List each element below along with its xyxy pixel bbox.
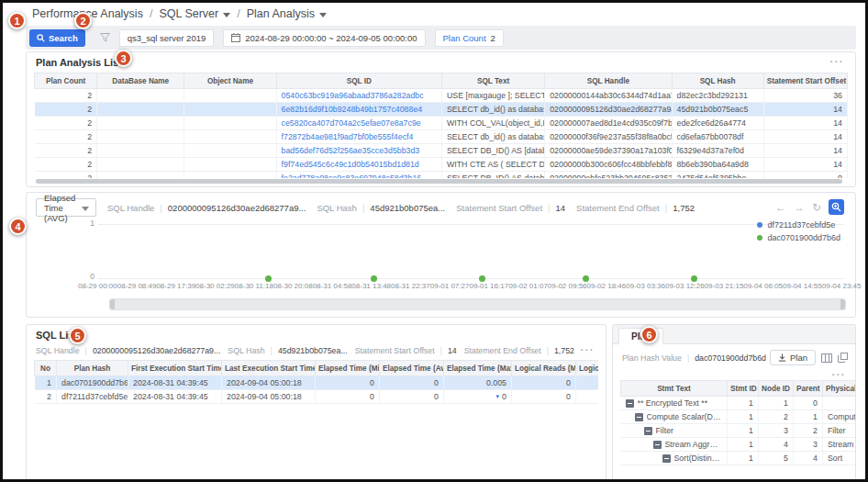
table-cell: dac0701900dd7b6d xyxy=(57,376,128,390)
column-header[interactable]: SQL ID xyxy=(276,73,441,89)
info-label: Statement End Offset xyxy=(464,346,541,355)
info-value: 1,752 xyxy=(673,203,695,213)
table-row[interactable]: 26e82b16d9f10b9248b49b1757c4088e4SELECT … xyxy=(35,103,848,117)
search-icon xyxy=(37,34,45,42)
refresh-icon[interactable]: ↻ xyxy=(812,202,821,213)
info-value: 0200000095126d30ae2d68277a9... xyxy=(168,203,306,213)
info-item: Statement End Offset|1,752 xyxy=(464,346,574,355)
search-button-label: Search xyxy=(49,33,78,43)
breadcrumb-item-sql-server[interactable]: SQL Server xyxy=(159,7,230,20)
table-cell: 2 xyxy=(35,390,57,404)
physical-op-cell: Filter xyxy=(823,424,856,438)
stmt-id-cell: 1 xyxy=(728,410,759,424)
table-cell: 2 xyxy=(35,117,97,130)
node-id-cell: 3 xyxy=(759,424,794,438)
table-row[interactable]: 2bad56def76d52f256ae35cce3d5bb3d3SELECT … xyxy=(35,144,848,158)
chart-zoom-button[interactable] xyxy=(829,199,844,215)
x-axis-tick: 08-31 13:48 xyxy=(351,282,391,290)
column-header[interactable]: DataBase Name xyxy=(97,73,184,89)
parent-cell: 4 xyxy=(794,452,823,465)
panel-menu-icon[interactable]: ··· xyxy=(832,370,847,379)
forward-arrow-icon[interactable]: → xyxy=(794,202,805,213)
column-header[interactable]: Parent xyxy=(794,381,823,397)
column-header[interactable]: Plan Count xyxy=(35,73,97,89)
table-row[interactable]: 1dac0701900dd7b6d2024-08-31 04:39:452024… xyxy=(35,376,599,390)
collapse-icon[interactable] xyxy=(644,427,652,435)
plan-tree-row[interactable]: Stream Aggregate(Aggre...143Stream Ag xyxy=(621,438,856,452)
breadcrumb-separator: / xyxy=(237,7,239,20)
table-row[interactable]: 2f9f74ed545c6c49c1d0b54015bd1d81dWITH CT… xyxy=(35,158,848,172)
back-arrow-icon[interactable]: ← xyxy=(775,202,786,213)
plan-trend-chart-panel: Elapsed Time (AVG) SQL Handle|0200000095… xyxy=(26,192,856,318)
x-axis-tick: 09-03 12:26 xyxy=(665,282,705,290)
column-layout-icon[interactable] xyxy=(821,353,832,364)
table-row[interactable]: 2f72872b4ae981f9ad7bf0be555f4ecf4SELECT … xyxy=(35,130,848,144)
legend-item[interactable]: df7211d37cebfd5e xyxy=(757,220,840,230)
column-header[interactable]: Logical Reads (Min) xyxy=(512,361,576,376)
table-cell[interactable]: fe2ad778a08ce9c83e697948c58d3b16 xyxy=(276,172,441,179)
collapse-icon[interactable] xyxy=(653,441,662,449)
info-label: SQL Hash xyxy=(228,346,264,355)
horizontal-scrollbar[interactable] xyxy=(36,179,842,184)
column-header[interactable]: Elapsed Time (Min) xyxy=(316,361,380,376)
collapse-icon[interactable] xyxy=(662,454,671,463)
column-header[interactable]: Elapsed Time (Avg) xyxy=(380,361,444,376)
plan-tree-row[interactable]: Filter132Filter xyxy=(621,424,856,438)
table-cell[interactable]: f72872b4ae981f9ad7bf0be555f4ecf4 xyxy=(276,130,441,144)
plan-tree-row[interactable]: ** Encrypted Text **110 xyxy=(621,397,856,410)
column-header[interactable]: Physical Op xyxy=(823,381,856,397)
table-cell[interactable]: 0540c63bc919a96abaad3786a282adbc xyxy=(276,89,441,103)
collapse-icon[interactable] xyxy=(635,413,643,421)
legend-dot xyxy=(757,235,762,241)
column-header[interactable]: Plan Hash xyxy=(57,361,128,376)
column-header[interactable]: No xyxy=(35,361,57,376)
filter-icon[interactable] xyxy=(100,33,110,42)
column-header[interactable]: SQL Handle xyxy=(545,73,672,89)
date-range-chip[interactable]: 2024-08-29 00:00:00 ~ 2024-09-05 00:00:0… xyxy=(223,29,425,47)
chart-legend: df7211d37cebfd5edac0701900dd7b6d xyxy=(757,220,840,242)
chart-range-scrollbar[interactable] xyxy=(109,298,846,310)
table-cell: SELECT DB_ID() AS [database... xyxy=(441,144,544,158)
table-row[interactable]: 2ce5820ca407d704a2c5efae07e8a7c9eWITH CO… xyxy=(35,117,848,130)
column-header[interactable]: SQL Text xyxy=(441,73,544,89)
collapse-icon[interactable] xyxy=(626,399,634,408)
column-header[interactable]: Object Name xyxy=(184,73,276,89)
table-cell[interactable]: ce5820ca407d704a2c5efae07e8a7c9e xyxy=(276,117,441,130)
table-cell: 02000000ae59de37390a17a103f0d4f... xyxy=(545,144,672,158)
x-axis-tick: 09-02 01:07 xyxy=(508,282,548,290)
column-header[interactable]: Elapsed Time (Max) xyxy=(444,361,512,376)
plan-tree-row[interactable]: Compute Scalar(DEFINE:([Ex...121Compute … xyxy=(621,410,856,424)
download-plan-button[interactable]: Plan xyxy=(770,350,816,365)
x-axis-tick: 09-04 14:55 xyxy=(783,282,822,290)
column-header[interactable]: Stmt Text xyxy=(621,381,728,397)
legend-item[interactable]: dac0701900dd7b6d xyxy=(757,233,840,242)
physical-op-cell: Sort xyxy=(823,452,856,465)
table-row[interactable]: 2fe2ad778a08ce9c83e697948c58d3b16SELECT … xyxy=(35,172,848,179)
column-header[interactable]: Last Execution Start Time xyxy=(222,361,316,376)
panel-menu-icon[interactable]: ··· xyxy=(581,345,595,354)
table-cell[interactable]: f9f74ed545c6c49c1d0b54015bd1d81d xyxy=(276,158,441,172)
table-row[interactable]: 20540c63bc919a96abaad3786a282adbcUSE [ma… xyxy=(35,89,848,103)
search-button[interactable]: Search xyxy=(29,29,85,47)
table-cell: 14 xyxy=(763,117,847,130)
column-header[interactable]: SQL Hash xyxy=(672,73,763,89)
metric-select[interactable]: Elapsed Time (AVG) xyxy=(36,198,96,217)
table-cell[interactable]: 6e82b16d9f10b9248b49b1757c4088e4 xyxy=(276,103,441,117)
plan-tree-row[interactable]: Sort(Distinct Sort, ORD...154Sort xyxy=(621,452,856,465)
copy-icon[interactable] xyxy=(838,353,848,363)
column-header[interactable]: Stmt ID xyxy=(728,381,759,397)
column-header[interactable]: Logical Reads (Avg) xyxy=(576,361,599,376)
column-header[interactable]: Node ID xyxy=(759,381,794,397)
node-id-cell: 2 xyxy=(759,410,794,424)
divider: | xyxy=(665,203,667,213)
info-item: SQL Handle|0200000095126d30ae2d68277a9..… xyxy=(36,346,220,355)
legend-label: dac0701900dd7b6d xyxy=(767,233,840,242)
breadcrumb-item-plan-analysis[interactable]: Plan Analysis xyxy=(247,7,327,20)
column-header[interactable]: First Execution Start Time xyxy=(128,361,222,376)
panel-menu-icon[interactable]: ··· xyxy=(830,57,845,66)
table-row[interactable]: 2df7211d37cebfd5e2024-08-31 04:39:452024… xyxy=(35,390,599,404)
instance-chip[interactable]: qs3_sql server 2019 xyxy=(119,29,215,47)
column-header[interactable]: Statement Start Offset xyxy=(763,73,847,89)
table-cell[interactable]: bad56def76d52f256ae35cce3d5bb3d3 xyxy=(276,144,441,158)
sql-list-title: SQL List xyxy=(27,325,606,343)
